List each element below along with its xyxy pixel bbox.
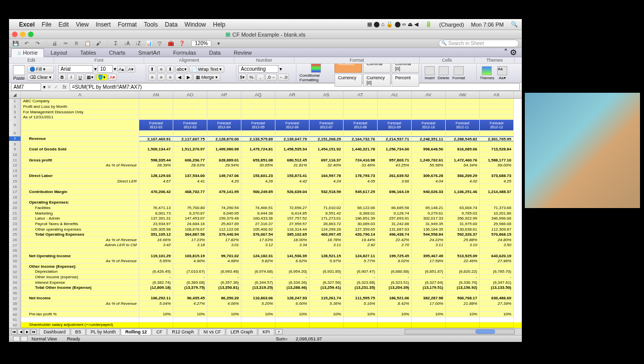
print-icon[interactable]: 🖨 <box>51 40 58 47</box>
align-top-icon[interactable]: ⬆ <box>148 66 156 73</box>
tab-tables[interactable]: Tables <box>74 48 103 57</box>
tab-review[interactable]: Review <box>227 48 258 57</box>
font-color-button[interactable]: A▾ <box>108 74 117 81</box>
orientation-icon[interactable]: abc▾ <box>175 66 188 73</box>
toolbox-icon[interactable]: 🧰 <box>167 40 174 47</box>
align-right-icon[interactable]: ≡ <box>166 74 174 81</box>
menu-app[interactable]: Excel <box>19 21 35 28</box>
fx-icon[interactable]: fx <box>60 84 70 90</box>
tab-data[interactable]: Data <box>202 48 227 57</box>
comma-icon[interactable]: , <box>256 74 264 81</box>
wrap-text-button[interactable]: 📄 Wrap Text ▾ <box>189 66 224 73</box>
align-middle-icon[interactable]: ≡ <box>157 66 165 73</box>
increase-decimal-icon[interactable]: .0→ <box>265 74 277 81</box>
sort-asc-icon[interactable]: ↓A <box>123 40 130 47</box>
help-icon[interactable]: ❓ <box>178 40 185 47</box>
align-left-icon[interactable]: ≡ <box>148 74 156 81</box>
delete-cells-button[interactable]: Delete <box>437 66 450 80</box>
select-all-corner[interactable]: ◢ <box>9 91 21 98</box>
undo-icon[interactable]: ↶ <box>23 40 30 47</box>
sheet-tab-ler[interactable]: LER Graph <box>226 328 257 335</box>
page-layout-view-icon[interactable] <box>21 336 28 341</box>
col-header-at[interactable]: AT <box>344 91 378 98</box>
sort-desc-icon[interactable]: ↓Z <box>134 40 141 47</box>
tab-smartart[interactable]: SmartArt <box>132 48 166 57</box>
accept-formula-icon[interactable]: ✓ <box>53 84 60 90</box>
spotlight-icon[interactable]: 🔍 <box>511 21 518 28</box>
col-header-ar[interactable]: AR <box>275 91 309 98</box>
col-header-ax[interactable]: AX <box>480 91 514 98</box>
fonts-theme-button[interactable]: AaAa▾ <box>496 66 508 80</box>
format-painter-icon[interactable]: 🖌 <box>95 40 102 47</box>
fill-color-button[interactable]: 🪣▾ <box>96 74 107 81</box>
format-cells-button[interactable]: Format <box>451 66 466 80</box>
sheet-tab-r12[interactable]: R12 Graph <box>167 328 198 335</box>
chart-icon[interactable]: 📊 <box>145 40 152 47</box>
cells-area[interactable]: ABC CompanyProfit and Loss by MonthFor M… <box>21 99 522 328</box>
paste-icon[interactable]: 📋 <box>84 40 91 47</box>
maximize-icon[interactable] <box>28 32 34 37</box>
style-percent[interactable]: Percent <box>392 74 419 87</box>
underline-button[interactable]: U <box>76 74 84 81</box>
col-header-as[interactable]: AS <box>309 91 344 98</box>
sheet-tab-kpi[interactable]: KPI <box>258 328 274 335</box>
sheet-tab-pl[interactable]: PL by Month <box>86 328 120 335</box>
add-sheet-icon[interactable]: + <box>275 329 282 334</box>
col-header-a[interactable]: A <box>21 91 139 98</box>
close-icon[interactable] <box>12 32 18 37</box>
sheet-tab-rolling12[interactable]: Rolling 12 <box>121 328 151 335</box>
normal-view-icon[interactable] <box>13 336 20 341</box>
cancel-formula-icon[interactable]: ✕ <box>46 84 53 90</box>
align-bottom-icon[interactable]: ⬇ <box>166 66 174 73</box>
filter-icon[interactable]: ▽ <box>156 40 163 47</box>
conditional-formatting-button[interactable]: Conditional Formatting <box>298 64 334 82</box>
currency-icon[interactable]: $▾ <box>238 74 246 81</box>
number-format-selector[interactable]: Accounting <box>238 65 278 73</box>
size-dropdown-icon[interactable]: ▾ <box>114 66 116 72</box>
ribbon-settings-icon[interactable]: ⚙ <box>510 48 517 57</box>
col-header-an[interactable]: AN <box>139 91 173 98</box>
menu-data[interactable]: Data <box>165 21 177 28</box>
fill-button[interactable]: 🔵 Fill ▾ <box>27 66 54 73</box>
style-currency[interactable]: Currency <box>335 74 362 87</box>
last-sheet-icon[interactable]: ⏭ <box>31 329 37 334</box>
indent-increase-icon[interactable]: ▶ <box>184 74 192 81</box>
battery-icon[interactable]: 🔋 <box>425 21 432 28</box>
merge-button[interactable]: ▦ Merge ▾ <box>193 74 220 81</box>
menu-format[interactable]: Format <box>118 21 137 28</box>
clear-button[interactable]: ⌫ Clear ▾ <box>27 74 54 81</box>
next-sheet-icon[interactable]: ▶ <box>24 329 30 334</box>
horizontal-scrollbar[interactable] <box>405 329 515 334</box>
decrease-font-icon[interactable]: A▾ <box>127 66 135 73</box>
align-center-icon[interactable]: ≡ <box>157 74 165 81</box>
col-header-au[interactable]: AU <box>378 91 412 98</box>
zoom-selector[interactable]: 120% <box>191 40 211 47</box>
decrease-decimal-icon[interactable]: ←.0 <box>278 74 289 81</box>
menu-insert[interactable]: Insert <box>96 21 111 28</box>
menu-tools[interactable]: Tools <box>144 21 158 28</box>
zoom-dropdown-icon[interactable]: ▾ <box>215 40 222 47</box>
menu-view[interactable]: View <box>76 21 89 28</box>
indent-decrease-icon[interactable]: ◀ <box>175 74 183 81</box>
formula-input[interactable]: =SUM('PL by Month'!AM7:AX7) <box>70 83 520 91</box>
redo-icon[interactable]: ↷ <box>34 40 41 47</box>
font-selector[interactable]: Arial <box>58 65 93 73</box>
themes-button[interactable]: Themes <box>479 66 495 80</box>
cut-icon[interactable]: ✂ <box>62 40 69 47</box>
col-header-av[interactable]: AV <box>412 91 446 98</box>
italic-button[interactable]: I <box>67 74 75 81</box>
style-currency0[interactable]: Currency [0] <box>363 74 391 87</box>
tab-layout[interactable]: Layout <box>44 48 74 57</box>
percent-icon[interactable]: % <box>247 74 255 81</box>
prev-sheet-icon[interactable]: ◀ <box>18 329 24 334</box>
font-size-selector[interactable]: 10 <box>98 65 113 73</box>
paste-button[interactable]: Paste <box>13 65 25 81</box>
name-box[interactable]: AM7 <box>11 83 41 91</box>
col-header-aq[interactable]: AQ <box>241 91 275 98</box>
menu-help[interactable]: Help <box>213 21 225 28</box>
increase-font-icon[interactable]: A▴ <box>117 66 126 73</box>
tab-home[interactable]: Home <box>11 48 44 57</box>
ribbon-collapse-icon[interactable]: ˄ <box>504 48 508 57</box>
font-dropdown-icon[interactable]: ▾ <box>94 66 97 72</box>
col-header-aw[interactable]: AW <box>446 91 480 98</box>
